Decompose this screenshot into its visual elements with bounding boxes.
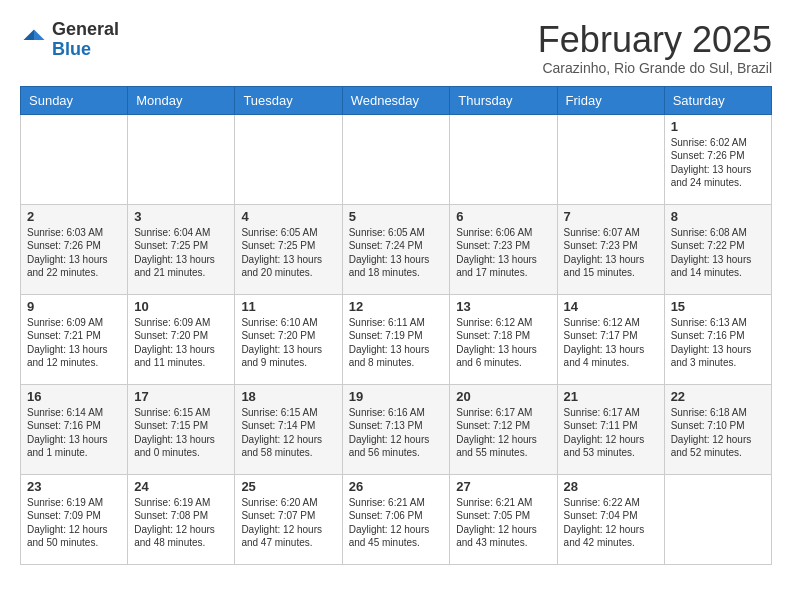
calendar-cell: 16Sunrise: 6:14 AM Sunset: 7:16 PM Dayli… (21, 384, 128, 474)
day-info: Sunrise: 6:09 AM Sunset: 7:20 PM Dayligh… (134, 316, 228, 370)
calendar-week-row: 1Sunrise: 6:02 AM Sunset: 7:26 PM Daylig… (21, 114, 772, 204)
day-info: Sunrise: 6:21 AM Sunset: 7:06 PM Dayligh… (349, 496, 444, 550)
day-number: 13 (456, 299, 550, 314)
weekday-header: Tuesday (235, 86, 342, 114)
weekday-header-row: SundayMondayTuesdayWednesdayThursdayFrid… (21, 86, 772, 114)
day-info: Sunrise: 6:08 AM Sunset: 7:22 PM Dayligh… (671, 226, 765, 280)
logo-general: General (52, 19, 119, 39)
day-number: 16 (27, 389, 121, 404)
day-info: Sunrise: 6:02 AM Sunset: 7:26 PM Dayligh… (671, 136, 765, 190)
day-info: Sunrise: 6:12 AM Sunset: 7:17 PM Dayligh… (564, 316, 658, 370)
day-number: 9 (27, 299, 121, 314)
logo-icon (20, 26, 48, 54)
calendar-cell: 12Sunrise: 6:11 AM Sunset: 7:19 PM Dayli… (342, 294, 450, 384)
day-info: Sunrise: 6:05 AM Sunset: 7:24 PM Dayligh… (349, 226, 444, 280)
day-number: 12 (349, 299, 444, 314)
calendar-cell: 13Sunrise: 6:12 AM Sunset: 7:18 PM Dayli… (450, 294, 557, 384)
calendar-cell (342, 114, 450, 204)
day-number: 21 (564, 389, 658, 404)
page-header: General Blue February 2025 Carazinho, Ri… (20, 20, 772, 76)
calendar-cell (21, 114, 128, 204)
calendar-cell: 8Sunrise: 6:08 AM Sunset: 7:22 PM Daylig… (664, 204, 771, 294)
calendar-cell: 27Sunrise: 6:21 AM Sunset: 7:05 PM Dayli… (450, 474, 557, 564)
calendar-cell: 17Sunrise: 6:15 AM Sunset: 7:15 PM Dayli… (128, 384, 235, 474)
calendar-week-row: 9Sunrise: 6:09 AM Sunset: 7:21 PM Daylig… (21, 294, 772, 384)
day-number: 27 (456, 479, 550, 494)
calendar-cell: 24Sunrise: 6:19 AM Sunset: 7:08 PM Dayli… (128, 474, 235, 564)
day-info: Sunrise: 6:03 AM Sunset: 7:26 PM Dayligh… (27, 226, 121, 280)
day-info: Sunrise: 6:16 AM Sunset: 7:13 PM Dayligh… (349, 406, 444, 460)
calendar-cell: 15Sunrise: 6:13 AM Sunset: 7:16 PM Dayli… (664, 294, 771, 384)
day-number: 6 (456, 209, 550, 224)
day-info: Sunrise: 6:10 AM Sunset: 7:20 PM Dayligh… (241, 316, 335, 370)
day-number: 10 (134, 299, 228, 314)
calendar-cell: 23Sunrise: 6:19 AM Sunset: 7:09 PM Dayli… (21, 474, 128, 564)
day-info: Sunrise: 6:21 AM Sunset: 7:05 PM Dayligh… (456, 496, 550, 550)
title-block: February 2025 Carazinho, Rio Grande do S… (538, 20, 772, 76)
day-info: Sunrise: 6:19 AM Sunset: 7:08 PM Dayligh… (134, 496, 228, 550)
calendar-cell: 21Sunrise: 6:17 AM Sunset: 7:11 PM Dayli… (557, 384, 664, 474)
day-info: Sunrise: 6:20 AM Sunset: 7:07 PM Dayligh… (241, 496, 335, 550)
weekday-header: Wednesday (342, 86, 450, 114)
calendar-cell: 6Sunrise: 6:06 AM Sunset: 7:23 PM Daylig… (450, 204, 557, 294)
day-info: Sunrise: 6:07 AM Sunset: 7:23 PM Dayligh… (564, 226, 658, 280)
day-info: Sunrise: 6:15 AM Sunset: 7:14 PM Dayligh… (241, 406, 335, 460)
day-number: 18 (241, 389, 335, 404)
day-info: Sunrise: 6:22 AM Sunset: 7:04 PM Dayligh… (564, 496, 658, 550)
logo-blue: Blue (52, 39, 91, 59)
day-info: Sunrise: 6:17 AM Sunset: 7:12 PM Dayligh… (456, 406, 550, 460)
month-title: February 2025 (538, 20, 772, 60)
calendar-cell: 2Sunrise: 6:03 AM Sunset: 7:26 PM Daylig… (21, 204, 128, 294)
day-number: 3 (134, 209, 228, 224)
calendar-cell: 9Sunrise: 6:09 AM Sunset: 7:21 PM Daylig… (21, 294, 128, 384)
logo: General Blue (20, 20, 119, 60)
day-info: Sunrise: 6:12 AM Sunset: 7:18 PM Dayligh… (456, 316, 550, 370)
day-number: 11 (241, 299, 335, 314)
calendar-cell (235, 114, 342, 204)
day-number: 19 (349, 389, 444, 404)
location-subtitle: Carazinho, Rio Grande do Sul, Brazil (538, 60, 772, 76)
calendar-week-row: 2Sunrise: 6:03 AM Sunset: 7:26 PM Daylig… (21, 204, 772, 294)
calendar-cell: 5Sunrise: 6:05 AM Sunset: 7:24 PM Daylig… (342, 204, 450, 294)
day-number: 5 (349, 209, 444, 224)
calendar-cell: 28Sunrise: 6:22 AM Sunset: 7:04 PM Dayli… (557, 474, 664, 564)
day-info: Sunrise: 6:04 AM Sunset: 7:25 PM Dayligh… (134, 226, 228, 280)
calendar-cell (128, 114, 235, 204)
day-info: Sunrise: 6:18 AM Sunset: 7:10 PM Dayligh… (671, 406, 765, 460)
day-number: 22 (671, 389, 765, 404)
day-info: Sunrise: 6:19 AM Sunset: 7:09 PM Dayligh… (27, 496, 121, 550)
calendar-cell: 7Sunrise: 6:07 AM Sunset: 7:23 PM Daylig… (557, 204, 664, 294)
day-info: Sunrise: 6:11 AM Sunset: 7:19 PM Dayligh… (349, 316, 444, 370)
day-number: 28 (564, 479, 658, 494)
calendar-cell: 26Sunrise: 6:21 AM Sunset: 7:06 PM Dayli… (342, 474, 450, 564)
day-number: 8 (671, 209, 765, 224)
day-number: 15 (671, 299, 765, 314)
svg-marker-0 (34, 29, 45, 40)
day-number: 25 (241, 479, 335, 494)
weekday-header: Monday (128, 86, 235, 114)
day-number: 17 (134, 389, 228, 404)
weekday-header: Saturday (664, 86, 771, 114)
calendar-table: SundayMondayTuesdayWednesdayThursdayFrid… (20, 86, 772, 565)
calendar-cell: 3Sunrise: 6:04 AM Sunset: 7:25 PM Daylig… (128, 204, 235, 294)
day-info: Sunrise: 6:14 AM Sunset: 7:16 PM Dayligh… (27, 406, 121, 460)
calendar-cell: 11Sunrise: 6:10 AM Sunset: 7:20 PM Dayli… (235, 294, 342, 384)
day-number: 20 (456, 389, 550, 404)
day-info: Sunrise: 6:13 AM Sunset: 7:16 PM Dayligh… (671, 316, 765, 370)
calendar-cell: 10Sunrise: 6:09 AM Sunset: 7:20 PM Dayli… (128, 294, 235, 384)
day-number: 26 (349, 479, 444, 494)
calendar-cell: 4Sunrise: 6:05 AM Sunset: 7:25 PM Daylig… (235, 204, 342, 294)
day-number: 2 (27, 209, 121, 224)
day-number: 1 (671, 119, 765, 134)
svg-marker-1 (24, 29, 35, 40)
day-info: Sunrise: 6:17 AM Sunset: 7:11 PM Dayligh… (564, 406, 658, 460)
calendar-cell: 20Sunrise: 6:17 AM Sunset: 7:12 PM Dayli… (450, 384, 557, 474)
weekday-header: Friday (557, 86, 664, 114)
calendar-cell (557, 114, 664, 204)
calendar-week-row: 23Sunrise: 6:19 AM Sunset: 7:09 PM Dayli… (21, 474, 772, 564)
calendar-cell: 1Sunrise: 6:02 AM Sunset: 7:26 PM Daylig… (664, 114, 771, 204)
day-info: Sunrise: 6:05 AM Sunset: 7:25 PM Dayligh… (241, 226, 335, 280)
day-number: 24 (134, 479, 228, 494)
calendar-cell: 18Sunrise: 6:15 AM Sunset: 7:14 PM Dayli… (235, 384, 342, 474)
calendar-cell: 22Sunrise: 6:18 AM Sunset: 7:10 PM Dayli… (664, 384, 771, 474)
